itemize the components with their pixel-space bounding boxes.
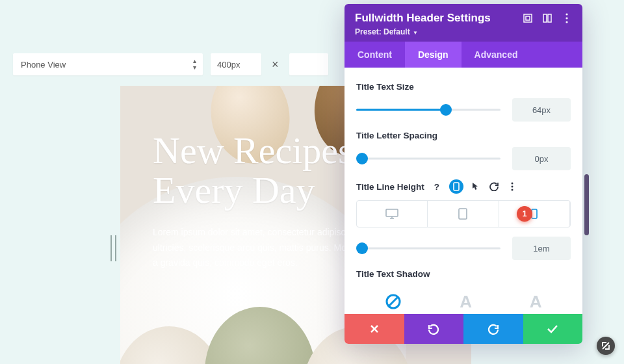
width-input[interactable]: 400px bbox=[211, 53, 261, 75]
tab-design[interactable]: Design bbox=[405, 42, 462, 68]
svg-point-5 bbox=[566, 21, 567, 23]
expand-icon[interactable] bbox=[523, 13, 533, 23]
section-title-text-size: Title Text Size bbox=[356, 82, 571, 92]
width-value: 400px bbox=[217, 60, 240, 70]
preview-toolbar: Phone View ▴▾ 400px × bbox=[13, 53, 328, 75]
save-button[interactable] bbox=[523, 314, 583, 344]
panel-body: Title Text Size 64px Title Letter Spacin… bbox=[344, 68, 582, 314]
panel-tabs: Content Design Advanced bbox=[344, 42, 582, 68]
svg-rect-2 bbox=[548, 14, 551, 22]
svg-point-4 bbox=[566, 17, 567, 19]
hover-icon[interactable] bbox=[470, 181, 482, 192]
device-tabs: 1 bbox=[356, 200, 571, 228]
svg-point-3 bbox=[566, 13, 567, 15]
title-letter-spacing-value[interactable]: 0px bbox=[512, 147, 571, 170]
snap-icon[interactable] bbox=[542, 13, 552, 23]
no-shadow-icon[interactable] bbox=[385, 293, 402, 310]
undo-button[interactable] bbox=[404, 314, 464, 344]
svg-rect-6 bbox=[454, 183, 459, 190]
preset-select[interactable]: Preset: Default ▼ bbox=[355, 27, 572, 36]
section-title-line-height: Title Line Height ? bbox=[356, 179, 571, 194]
more-icon[interactable] bbox=[562, 13, 572, 23]
title-text-size-slider[interactable] bbox=[356, 103, 500, 117]
chevron-down-icon: ▼ bbox=[411, 30, 418, 36]
svg-rect-1 bbox=[543, 14, 547, 22]
device-tab-desktop[interactable] bbox=[357, 201, 428, 227]
shadow-preset-icon[interactable]: A bbox=[530, 292, 542, 312]
title-line-height-value[interactable]: 1em bbox=[512, 237, 571, 260]
panel-footer bbox=[344, 314, 582, 344]
caret-icon: ▴▾ bbox=[193, 58, 196, 71]
svg-point-9 bbox=[511, 189, 513, 191]
panel-header: Fullwidth Header Settings Preset: Defaul… bbox=[344, 4, 582, 42]
tab-content[interactable]: Content bbox=[344, 42, 405, 68]
canvas-drag-handle[interactable] bbox=[110, 235, 116, 261]
preset-label: Preset: Default bbox=[355, 27, 410, 36]
svg-point-7 bbox=[511, 183, 513, 185]
panel-scrollbar[interactable] bbox=[584, 174, 589, 235]
svg-point-8 bbox=[511, 186, 513, 188]
times-icon: × bbox=[272, 58, 279, 72]
resize-fab[interactable] bbox=[597, 337, 615, 355]
device-tab-phone[interactable] bbox=[499, 201, 570, 227]
view-select[interactable]: Phone View ▴▾ bbox=[13, 53, 203, 75]
svg-rect-0 bbox=[524, 14, 532, 22]
text-shadow-options: A A bbox=[356, 285, 571, 314]
title-text-size-value[interactable]: 64px bbox=[512, 98, 571, 122]
tab-advanced[interactable]: Advanced bbox=[462, 42, 531, 68]
title-line-height-slider[interactable] bbox=[356, 241, 500, 255]
title-letter-spacing-slider[interactable] bbox=[356, 151, 500, 166]
responsive-icon[interactable] bbox=[449, 179, 463, 194]
device-tab-tablet[interactable] bbox=[428, 201, 499, 227]
view-select-label: Phone View bbox=[21, 60, 66, 70]
shadow-preset-icon[interactable]: A bbox=[460, 292, 472, 312]
height-input[interactable] bbox=[289, 53, 328, 75]
annotation-badge: 1 bbox=[517, 206, 532, 222]
section-title-letter-spacing: Title Letter Spacing bbox=[356, 131, 571, 140]
cancel-button[interactable] bbox=[344, 314, 404, 344]
redo-button[interactable] bbox=[463, 314, 523, 344]
help-icon[interactable]: ? bbox=[431, 181, 443, 192]
svg-rect-10 bbox=[386, 209, 398, 216]
svg-rect-12 bbox=[532, 209, 537, 218]
more-icon[interactable] bbox=[506, 181, 518, 192]
reset-icon[interactable] bbox=[488, 181, 500, 192]
svg-rect-11 bbox=[459, 209, 467, 219]
settings-panel: Fullwidth Header Settings Preset: Defaul… bbox=[344, 4, 582, 344]
section-title-text-shadow: Title Text Shadow bbox=[356, 269, 571, 279]
panel-title: Fullwidth Header Settings bbox=[355, 12, 491, 25]
